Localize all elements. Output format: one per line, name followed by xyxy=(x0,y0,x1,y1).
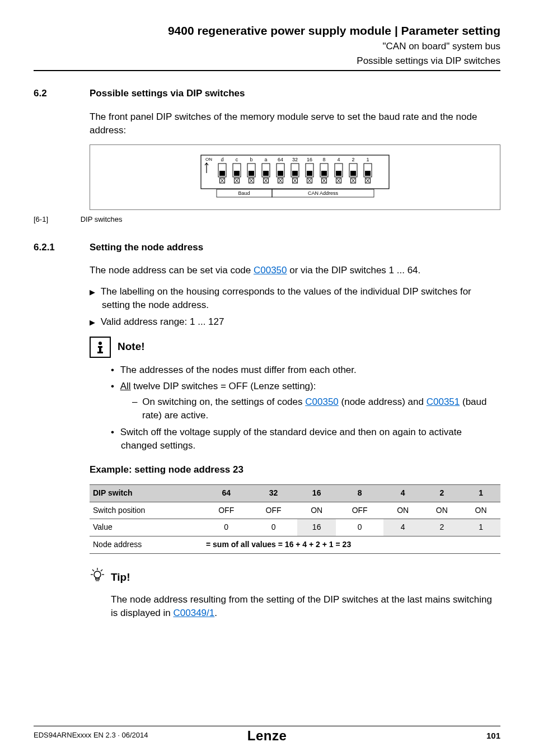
dip-example-table: DIP switch 64 32 16 8 4 2 1 Switch posit… xyxy=(90,484,500,553)
svg-point-69 xyxy=(99,342,102,345)
note-dash-1: On switching on, the settings of codes C… xyxy=(132,395,500,422)
figure-caption-id: [6-1] xyxy=(34,214,78,225)
svg-text:a: a xyxy=(264,157,267,162)
svg-text:16: 16 xyxy=(307,157,312,162)
table-row-node-address: Node address = sum of all values = 16 + … xyxy=(90,536,500,553)
svg-text:64: 64 xyxy=(278,157,283,162)
svg-rect-27 xyxy=(278,171,283,176)
svg-text:8: 8 xyxy=(322,157,325,162)
svg-rect-57 xyxy=(350,171,356,176)
svg-text:4: 4 xyxy=(337,157,340,162)
note-item-1: The addresses of the nodes must differ f… xyxy=(111,363,500,377)
can-address-label: CAN Address xyxy=(308,190,339,196)
baud-label: Baud xyxy=(238,190,250,196)
svg-text:b: b xyxy=(250,157,252,162)
svg-rect-15 xyxy=(249,171,254,176)
note-item-2: All twelve DIP switches = OFF (Lenze set… xyxy=(111,380,500,422)
svg-rect-72 xyxy=(97,352,103,353)
svg-rect-39 xyxy=(307,171,312,176)
link-c00350-note[interactable]: C00350 xyxy=(305,396,339,407)
page-footer: EDS94ARNExxxx EN 2.3 · 06/2014 Lenze 101 xyxy=(34,726,500,741)
svg-point-78 xyxy=(94,571,101,578)
note-title: Note! xyxy=(118,339,145,354)
section-number-6-2: 6.2 xyxy=(34,87,90,100)
lenze-logo: Lenze xyxy=(247,728,287,743)
section-6-2-paragraph: The front panel DIP switches of the memo… xyxy=(90,110,500,137)
svg-line-75 xyxy=(101,570,102,571)
link-c00351-note[interactable]: C00351 xyxy=(427,396,460,407)
page-title: 9400 regenerative power supply module | … xyxy=(34,22,500,39)
bullet-address-range: Valid address range: 1 ... 127 xyxy=(90,315,500,329)
link-c00350-intro[interactable]: C00350 xyxy=(254,265,287,276)
section-title-6-2-1: Setting the node address xyxy=(90,241,203,254)
table-header-row: DIP switch 64 32 16 8 4 2 1 xyxy=(90,485,500,502)
dip-switch-figure: ON d xyxy=(90,144,500,210)
bullet-labelling: The labelling on the housing corresponds… xyxy=(90,285,500,312)
svg-rect-9 xyxy=(234,171,240,176)
svg-rect-33 xyxy=(292,171,298,176)
section-6-2-1-intro: The node address can be set via code C00… xyxy=(90,264,500,277)
dip-on-label: ON xyxy=(205,157,212,162)
svg-text:c: c xyxy=(236,157,238,162)
dip-switch-diagram: ON d xyxy=(200,154,390,198)
link-c00349-1[interactable]: C00349/1 xyxy=(174,608,215,618)
header-rule xyxy=(34,70,500,71)
svg-rect-51 xyxy=(336,171,341,176)
svg-rect-3 xyxy=(219,171,225,176)
section-title-6-2: Possible settings via DIP switches xyxy=(90,87,245,100)
svg-rect-63 xyxy=(365,171,371,176)
section-number-6-2-1: 6.2.1 xyxy=(34,241,90,254)
tip-text: The node address resulting from the sett… xyxy=(111,593,500,620)
header-subtitle-2: Possible settings via DIP switches xyxy=(34,54,500,68)
svg-text:1: 1 xyxy=(366,157,369,162)
table-row-switch-position: Switch position OFF OFF ON OFF ON ON ON xyxy=(90,502,500,519)
note-box: Note! The addresses of the nodes must di… xyxy=(90,337,500,452)
svg-rect-45 xyxy=(321,171,327,176)
svg-text:32: 32 xyxy=(292,157,298,162)
table-header-label: DIP switch xyxy=(90,485,203,502)
svg-text:2: 2 xyxy=(352,157,354,162)
table-row-value: Value 0 0 16 0 4 2 1 xyxy=(90,519,500,536)
svg-text:d: d xyxy=(221,157,223,162)
info-icon xyxy=(90,337,111,358)
tip-title: Tip! xyxy=(111,570,130,585)
note-item-3: Switch off the voltage supply of the sta… xyxy=(111,426,500,452)
svg-rect-21 xyxy=(263,171,269,176)
figure-caption-text: DIP switches xyxy=(81,215,123,223)
svg-rect-71 xyxy=(99,346,101,352)
example-title: Example: setting node address 23 xyxy=(90,463,500,477)
svg-line-74 xyxy=(92,570,94,571)
lightbulb-icon xyxy=(90,567,105,588)
header-subtitle-1: "CAN on board" system bus xyxy=(34,40,500,53)
